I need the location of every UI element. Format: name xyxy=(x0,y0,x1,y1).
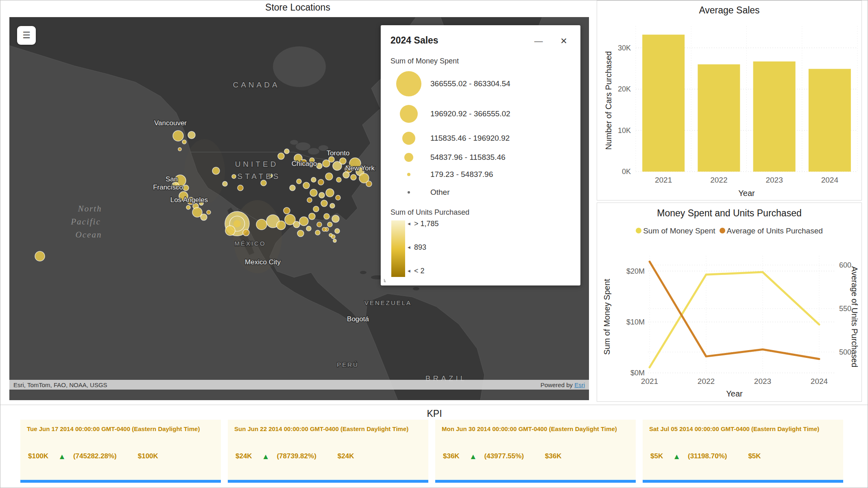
store-bubble[interactable] xyxy=(238,185,243,191)
store-bubble[interactable] xyxy=(261,180,266,186)
svg-text:2023: 2023 xyxy=(754,377,771,386)
store-bubble[interactable] xyxy=(336,177,341,182)
store-bubble[interactable] xyxy=(222,181,227,186)
bar-chart[interactable]: 0K10K20K30K2021202220232024Year xyxy=(597,1,861,200)
store-bubble[interactable] xyxy=(225,226,235,235)
store-bubble[interactable] xyxy=(278,153,284,159)
bar-2023[interactable] xyxy=(753,61,796,172)
map-label-los-angeles: Los Angeles xyxy=(170,196,208,204)
legend-close-button[interactable]: ✕ xyxy=(557,34,571,48)
store-bubble[interactable] xyxy=(297,179,301,184)
store-bubble[interactable] xyxy=(318,179,324,185)
store-bubble[interactable] xyxy=(324,214,329,219)
store-bubble[interactable] xyxy=(332,215,339,222)
store-bubble[interactable] xyxy=(319,192,325,198)
attribution-text: Esri, TomTom, FAO, NOAA, USGS xyxy=(13,381,107,388)
kpi-accent-bar xyxy=(20,480,221,483)
kpi-goal: $100K xyxy=(138,452,158,460)
store-bubble[interactable] xyxy=(290,185,295,191)
store-bubble[interactable] xyxy=(330,203,335,208)
kpi-value: $5K xyxy=(650,452,663,460)
kpi-goal: $24K xyxy=(338,452,354,460)
store-bubble[interactable] xyxy=(322,227,326,231)
store-bubble[interactable] xyxy=(182,140,186,144)
kpi-date: Sun Jun 22 2014 00:00:00 GMT-0400 (Easte… xyxy=(234,425,408,432)
store-bubble[interactable] xyxy=(207,210,211,214)
store-bubble[interactable] xyxy=(35,251,45,261)
store-bubble[interactable] xyxy=(329,233,332,237)
kpi-values: $36K ▲ (43977.55%) $36K xyxy=(443,452,561,460)
store-bubble[interactable] xyxy=(313,206,319,212)
store-bubble[interactable] xyxy=(329,157,334,162)
store-bubble[interactable] xyxy=(316,163,322,169)
bar-2024[interactable] xyxy=(809,69,851,172)
powered-by-prefix: Powered by xyxy=(541,381,574,388)
store-bubble[interactable] xyxy=(256,219,267,230)
store-bubble[interactable] xyxy=(186,205,190,209)
store-bubble[interactable] xyxy=(310,189,317,196)
legend-minimize-button[interactable]: — xyxy=(532,34,545,48)
map-label-ocean-1: North xyxy=(77,204,102,214)
kpi-card[interactable]: Sun Jun 22 2014 00:00:00 GMT-0400 (Easte… xyxy=(228,420,428,483)
store-bubble[interactable] xyxy=(336,195,340,200)
store-bubble[interactable] xyxy=(315,230,320,235)
svg-text:$0M: $0M xyxy=(630,369,645,377)
svg-text:500: 500 xyxy=(839,348,851,356)
store-bubble[interactable] xyxy=(293,221,300,228)
store-bubble[interactable] xyxy=(351,174,356,180)
store-bubble[interactable] xyxy=(232,174,236,179)
store-bubble[interactable] xyxy=(284,149,289,154)
esri-link[interactable]: Esri xyxy=(574,381,585,388)
legend-circle-other xyxy=(408,191,410,194)
store-bubble[interactable] xyxy=(284,207,290,214)
map-menu-button[interactable]: ☰ xyxy=(17,26,36,45)
store-bubble[interactable] xyxy=(277,221,286,230)
kpi-card[interactable]: Tue Jun 17 2014 00:00:00 GMT-0400 (Easte… xyxy=(20,420,221,483)
average-sales-panel: Average Sales Number of Cars Purchased 0… xyxy=(597,0,862,200)
store-bubble[interactable] xyxy=(326,189,334,197)
store-bubble[interactable] xyxy=(343,172,349,178)
store-bubble[interactable] xyxy=(340,158,346,164)
store-bubble[interactable] xyxy=(325,173,333,180)
legend-resize-handle[interactable] xyxy=(383,277,390,283)
kpi-card[interactable]: Mon Jun 30 2014 00:00:00 GMT-0400 (Easte… xyxy=(435,420,636,483)
store-bubble[interactable] xyxy=(173,131,183,141)
store-bubble[interactable] xyxy=(188,131,195,139)
store-bubble[interactable] xyxy=(307,198,312,203)
store-bubble[interactable] xyxy=(366,181,372,187)
store-bubble[interactable] xyxy=(297,230,304,237)
legend-circle-3 xyxy=(402,132,415,145)
store-bubble[interactable] xyxy=(303,182,310,189)
store-bubble[interactable] xyxy=(335,229,340,233)
map[interactable]: CANADA UNITED STATES MÉXICO VENEZUELA PE… xyxy=(9,17,589,400)
bar-2022[interactable] xyxy=(698,64,740,172)
store-bubble[interactable] xyxy=(306,226,311,231)
legend-other-label: Other xyxy=(430,188,450,197)
store-bubble[interactable] xyxy=(309,213,315,220)
map-attribution: Esri, TomTom, FAO, NOAA, USGS Powered by… xyxy=(9,380,589,390)
kpi-panel-title: KPI xyxy=(0,408,868,419)
store-bubble[interactable] xyxy=(333,239,336,242)
store-bubble[interactable] xyxy=(183,185,189,191)
kpi-trend-up-icon: ▲ xyxy=(58,453,66,460)
store-bubble[interactable] xyxy=(243,229,249,236)
store-bubble[interactable] xyxy=(311,177,316,182)
line-chart[interactable]: $0M$10M$20M5005506002021202220232024Year xyxy=(597,203,861,401)
kpi-card[interactable]: Sat Jul 05 2014 00:00:00 GMT-0400 (Easte… xyxy=(643,420,843,483)
legend-size-label-1: 366555.02 - 863304.54 xyxy=(430,79,510,88)
svg-text:20K: 20K xyxy=(618,85,631,93)
svg-text:30K: 30K xyxy=(618,44,631,52)
store-bubble[interactable] xyxy=(321,200,327,207)
store-locations-panel: Store Locations xyxy=(0,0,595,405)
kpi-accent-bar xyxy=(228,480,428,483)
bar-2021[interactable] xyxy=(642,35,685,172)
kpi-accent-bar xyxy=(643,480,843,483)
line-series[interactable] xyxy=(650,261,819,359)
map-label-mexico: MÉXICO xyxy=(234,240,266,247)
store-bubble[interactable] xyxy=(327,222,332,227)
store-bubble[interactable] xyxy=(212,167,220,174)
store-bubble[interactable] xyxy=(178,148,181,151)
store-bubble[interactable] xyxy=(201,214,207,220)
store-bubble[interactable] xyxy=(317,222,322,227)
store-bubble[interactable] xyxy=(299,217,308,226)
